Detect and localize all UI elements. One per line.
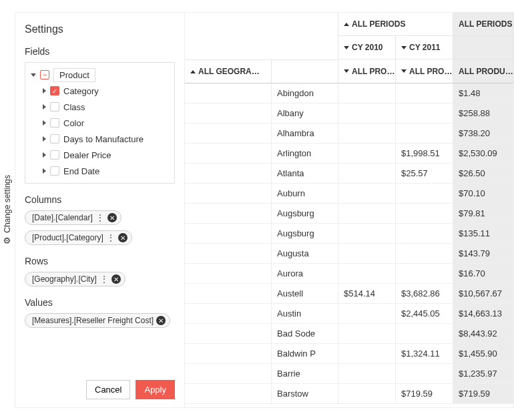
table-row: Barstow$719.59$719.59 (185, 384, 513, 404)
chip-geography-city[interactable]: [Geography].[City] ⋮ ✕ (25, 272, 125, 286)
cell-total: $8,443.92 (453, 324, 513, 343)
chevron-right-icon[interactable] (43, 168, 46, 174)
checkbox[interactable] (50, 102, 59, 112)
cell-cy2010 (338, 304, 396, 323)
tree-item-label: End Date (63, 166, 99, 176)
cell-total: $16.70 (453, 264, 513, 283)
tree-item-dealer-price[interactable]: Dealer Price (28, 147, 172, 163)
header-all-products-1[interactable]: ALL PRO… (338, 59, 396, 83)
tree-item-color[interactable]: Color (28, 115, 172, 131)
table-row: Arlington$1,998.51$2,530.09 (185, 144, 513, 164)
grid-body: Abingdon$1.48Albany$258.88Alhambra$738.2… (185, 83, 513, 407)
table-row: Austell$514.14$3,682.86$10,567.67 (185, 284, 513, 304)
table-row: Augsburg$135.11 (185, 224, 513, 244)
checkbox[interactable] (50, 150, 59, 160)
cell-cy2011: $719.59 (396, 384, 453, 403)
table-row: Auburn$70.10 (185, 184, 513, 204)
collapse-icon[interactable]: − (40, 70, 49, 79)
header-cy2010[interactable]: CY 2010 (338, 36, 396, 59)
more-icon[interactable]: ⋮ (106, 233, 115, 242)
cell-cy2011: $1,998.51 (396, 144, 453, 163)
tree-item-days-to-manufacture[interactable]: Days to Manufacture (28, 131, 172, 147)
tree-item-end-date[interactable]: End Date (28, 163, 172, 179)
settings-panel: Settings Fields − Product ✓ Category Cla… (15, 12, 185, 408)
cell-cy2010 (338, 344, 396, 363)
cancel-button[interactable]: Cancel (86, 380, 130, 399)
header-all-geography[interactable]: ALL GEOGRA… (185, 60, 272, 83)
cell-cy2011: $1,324.11 (396, 344, 453, 363)
cell-total: $738.20 (453, 124, 513, 143)
tree-root-label: Product (53, 68, 95, 82)
settings-title: Settings (25, 23, 175, 35)
tree-item-label: Dealer Price (63, 150, 111, 160)
close-icon[interactable]: ✕ (107, 213, 117, 222)
chevron-right-icon[interactable] (43, 104, 46, 110)
table-row: Aurora$16.70 (185, 264, 513, 284)
chevron-right-icon[interactable] (43, 152, 46, 158)
cell-total: $2,530.09 (453, 144, 513, 163)
tree-item-label: Color (63, 118, 84, 128)
tree-item-category[interactable]: ✓ Category (28, 83, 172, 99)
header-cy2011[interactable]: CY 2011 (396, 36, 453, 59)
checkbox[interactable] (50, 166, 59, 176)
cell-total: $1,235.97 (453, 364, 513, 383)
cell-cy2011 (396, 204, 453, 223)
cell-cy2010 (338, 384, 396, 403)
row-city: Arlington (272, 144, 338, 163)
chip-date-calendar[interactable]: [Date].[Calendar] ⋮ ✕ (25, 210, 121, 225)
table-row: Augsburg$79.81 (185, 204, 513, 224)
checkbox[interactable]: ✓ (50, 86, 59, 95)
cell-total: $719.59 (453, 384, 513, 403)
cell-total: $135.11 (453, 224, 513, 243)
table-row: Bad Sode$8,443.92 (185, 324, 513, 344)
row-city: Atlanta (272, 164, 338, 183)
table-row: Albany$258.88 (185, 103, 513, 124)
cell-total: $1.48 (453, 83, 513, 103)
columns-chips: [Date].[Calendar] ⋮ ✕ [Product].[Categor… (25, 210, 175, 245)
row-city: Bad Sode (272, 324, 338, 343)
chip-label: [Measures].[Reseller Freight Cost] (32, 316, 154, 325)
columns-label: Columns (25, 194, 175, 205)
cell-cy2010 (338, 204, 396, 223)
apply-button[interactable]: Apply (136, 380, 175, 399)
row-city: Augusta (272, 244, 338, 263)
row-city: Alhambra (272, 124, 338, 143)
more-icon[interactable]: ⋮ (99, 274, 109, 284)
header-all-periods-total: ALL PERIODS (453, 13, 513, 35)
row-city: Augsburg (272, 204, 338, 223)
table-row: Barrie$1,235.97 (185, 364, 513, 384)
header-all-products-2[interactable]: ALL PRO… (396, 59, 453, 83)
row-city: Austell (272, 284, 338, 303)
row-city: Baldwin P (272, 344, 338, 363)
cell-cy2011 (396, 244, 453, 263)
tree-item-class[interactable]: Class (28, 99, 172, 115)
cell-cy2010 (338, 184, 396, 203)
change-settings-label: Change settings (3, 175, 12, 233)
cell-cy2010 (338, 224, 396, 243)
checkbox[interactable] (50, 118, 59, 128)
cell-cy2010 (338, 244, 396, 263)
chevron-down-icon[interactable] (31, 73, 36, 77)
row-city: Barrie (272, 364, 338, 383)
gear-icon: ⚙ (3, 235, 13, 245)
cell-cy2010 (338, 264, 396, 283)
cell-cy2010 (338, 324, 396, 343)
cell-cy2010 (338, 124, 396, 143)
tree-root-product[interactable]: − Product (28, 67, 172, 83)
chip-reseller-freight-cost[interactable]: [Measures].[Reseller Freight Cost] ✕ (25, 313, 170, 328)
close-icon[interactable]: ✕ (156, 316, 166, 325)
close-icon[interactable]: ✕ (118, 233, 127, 242)
cell-total: $26.50 (453, 164, 513, 183)
change-settings-tab[interactable]: ⚙ Change settings (0, 172, 15, 248)
table-row: Baldwin P$1,324.11$1,455.90 (185, 344, 513, 364)
chevron-right-icon[interactable] (43, 136, 46, 142)
chevron-right-icon[interactable] (43, 120, 46, 126)
chevron-right-icon[interactable] (43, 88, 46, 93)
more-icon[interactable]: ⋮ (95, 213, 105, 222)
close-icon[interactable]: ✕ (111, 274, 121, 284)
cell-cy2010 (338, 364, 396, 383)
row-city: Albany (272, 103, 338, 123)
chip-product-category[interactable]: [Product].[Category] ⋮ ✕ (25, 230, 132, 245)
header-all-periods[interactable]: ALL PERIODS (338, 13, 453, 35)
checkbox[interactable] (50, 134, 59, 144)
